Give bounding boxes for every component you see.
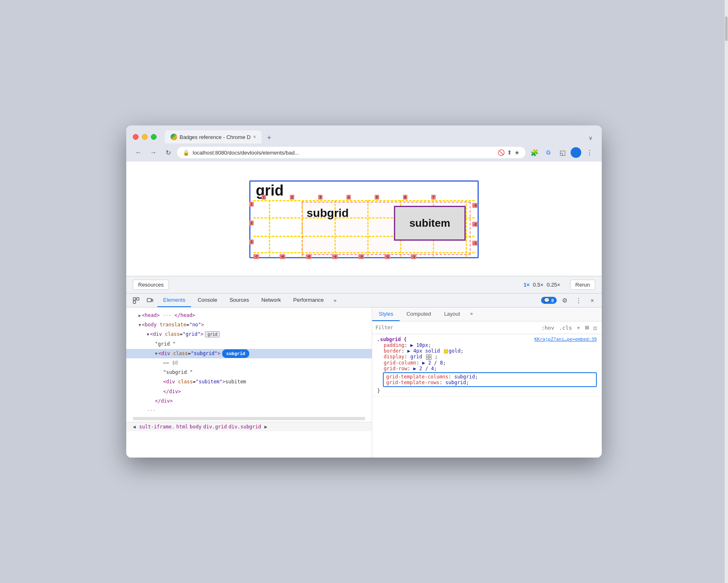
zoom-05x-button[interactable]: 0.5× [533,282,544,288]
notifications-badge[interactable]: 💬 8 [541,297,557,304]
address-icons: 🚫 ⬆ ★ [498,149,520,156]
dom-head-line: ▶<head> ··· </head> [126,311,372,320]
tab-console[interactable]: Console [192,294,223,307]
tab-computed[interactable]: Computed [400,307,437,321]
col-badge-n7: -7 [253,254,259,259]
tab-elements[interactable]: Elements [157,294,191,307]
tab-overflow-button[interactable]: ∨ [586,132,595,143]
col-badge-n6: -6 [280,254,285,259]
filter-input[interactable] [375,325,537,330]
css-prop-grid-column: grid-column: ▶ 2 / 8; [377,360,597,366]
row-badges-right: -3 -2 -1 [472,203,478,246]
profile-switcher-icon[interactable]: ◱ [557,147,568,158]
subitem-box: subitem [394,206,466,241]
col-badge-7: 7 [431,195,436,200]
dom-text-grid: "grid " [126,339,372,349]
svg-rect-1 [133,301,136,303]
bc-iframe[interactable]: sult-iframe. [139,424,175,430]
col-badge-2: 2 [290,195,294,200]
col-badge-6: 6 [403,195,407,200]
tab-performance[interactable]: Performance [287,294,329,307]
bc-body[interactable]: body [190,424,202,430]
active-tab[interactable]: Badges reference - Chrome D × [165,130,262,143]
css-rule-header: .subgrid { KKrajpZ?ani…pe=embed:39 [377,337,597,342]
maximize-button[interactable] [151,134,157,140]
page-content: grid 1 2 3 4 [126,162,602,276]
svg-rect-7 [426,358,428,360]
grid-line-v1 [269,200,270,257]
breadcrumb: ◀ sult-iframe. html body div.grid div.su… [126,422,372,431]
cls-button[interactable]: .cls [557,324,573,332]
dom-text-subgrid: "subgrid " [126,368,372,377]
extensions-icon[interactable]: 🧩 [529,147,540,158]
profile-avatar[interactable]: 👤 [571,147,581,158]
secure-icon: 🔒 [183,150,189,156]
back-button[interactable]: ← [133,147,144,158]
tab-styles[interactable]: Styles [372,307,400,321]
add-style-button[interactable]: + [575,324,582,332]
styles-more-tabs[interactable]: » [466,307,476,321]
css-source[interactable]: KKrajpZ?ani…pe=embed:39 [535,337,597,342]
new-rule-button[interactable]: ⊞ [583,323,590,332]
tab-close-button[interactable]: × [253,134,256,140]
css-prop-border: border: ▶ 4px solid gold; [377,348,597,354]
address-bar: ← → ↻ 🔒 localhost:8080/docs/devtools/ele… [126,143,602,162]
dom-subgrid-line[interactable]: ▼<div class="subgrid">subgrid [126,349,372,358]
inspect-element-icon[interactable] [130,294,143,307]
toolbar-icons: 🧩 G ◱ 👤 ⋮ [529,147,595,158]
dom-panel[interactable]: ▶<head> ··· </head> ▼<body translate="no… [126,307,372,458]
chat-icon: 💬 [544,298,550,303]
toggle-sidebar-button[interactable]: ◫ [592,324,598,332]
share-icon: ⬆ [507,149,512,156]
minimize-button[interactable] [142,134,148,140]
svg-rect-4 [152,299,153,301]
styles-sub-tabs: Styles Computed Layout » [372,307,602,321]
breadcrumb-forward[interactable]: ▶ [263,424,269,430]
dom-body-line: ▼<body translate="no"> [126,320,372,330]
bc-divgrid[interactable]: div.grid [203,424,227,430]
new-tab-button[interactable]: + [263,132,275,143]
close-devtools-button[interactable]: × [586,294,598,307]
tab-layout[interactable]: Layout [437,307,466,321]
devtools-right-icons: 💬 8 ⚙ ⋮ × [541,294,598,307]
resources-button[interactable]: Resources [133,280,169,290]
devtools-body: ▶<head> ··· </head> ▼<body translate="no… [126,307,602,458]
tab-network[interactable]: Network [256,294,287,307]
color-swatch-gold [444,349,448,353]
google-icon[interactable]: G [543,147,554,158]
dom-subitem-close: </div> [126,387,372,396]
close-button[interactable] [133,134,139,140]
forward-button[interactable]: → [148,147,159,158]
col-badge-3: 3 [318,195,323,200]
browser-window: Badges reference - Chrome D × + ∨ ← → ↻ … [126,125,602,458]
tab-title: Badges reference - Chrome D [180,134,250,140]
breadcrumb-back[interactable]: ◀ [131,424,137,430]
styles-filter-bar: :hov .cls + ⊞ ◫ [372,321,602,334]
svg-rect-5 [426,355,428,357]
bc-html[interactable]: html [176,424,188,430]
more-tabs-button[interactable]: » [330,294,340,307]
device-toolbar-icon[interactable] [143,294,157,307]
rerun-button[interactable]: Rerun [570,280,595,290]
more-options-button[interactable]: ⋮ [572,294,585,307]
menu-icon[interactable]: ⋮ [584,147,595,158]
refresh-button[interactable]: ↻ [162,147,174,158]
address-input[interactable]: 🔒 localhost:8080/docs/devtools/elements/… [177,147,526,158]
bc-divsubgrid[interactable]: div.subgrid [229,424,261,430]
devtools-tab-bar: Elements Console Sources Network Perform… [126,294,602,307]
css-prop-grid-template-rows: grid-template-rows: subgrid; [386,380,594,385]
css-prop-grid-row: grid-row: ▶ 2 / 4; [377,366,597,371]
tab-sources[interactable]: Sources [224,294,255,307]
row-badges-left: 1 2 3 [249,202,254,244]
css-rule-subgrid: .subgrid { KKrajpZ?ani…pe=embed:39 paddi… [372,334,602,396]
zoom-025x-button[interactable]: 0.25× [547,282,560,288]
row-badge-1: 1 [249,202,254,207]
dom-subitem-line: <div class="subitem">subitem [126,377,372,387]
hov-button[interactable]: :hov [540,324,556,332]
row-badge-2: 2 [249,221,254,225]
zoom-controls: 1× 0.5× 0.25× [523,282,560,288]
grid-line-h1 [253,200,475,201]
zoom-1x-button[interactable]: 1× [523,282,530,288]
settings-button[interactable]: ⚙ [558,294,571,307]
traffic-lights [133,134,157,140]
